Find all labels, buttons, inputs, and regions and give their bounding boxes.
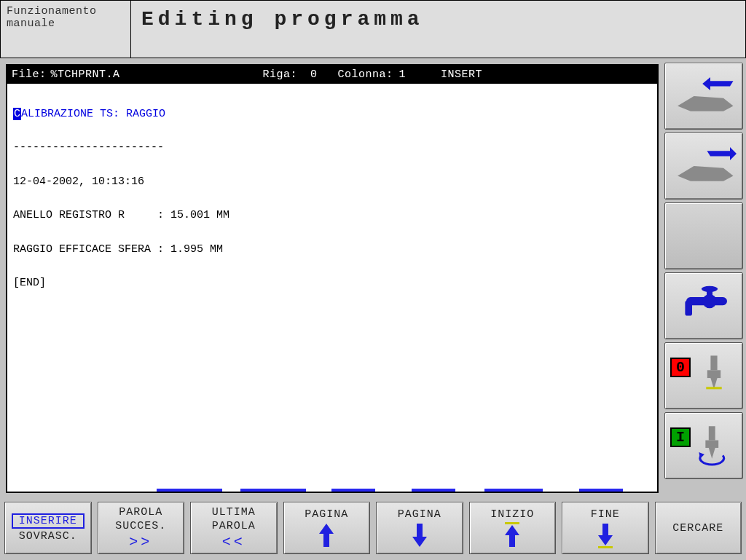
faucet-icon	[675, 284, 733, 328]
timestamp-line: 12-04-2002, 10:13:16	[13, 173, 651, 190]
svg-point-5	[702, 286, 718, 292]
svg-marker-0	[702, 77, 733, 90]
tool-rotate-icon	[694, 422, 731, 470]
svg-marker-15	[709, 448, 715, 459]
tab-indicator	[579, 489, 623, 492]
softkey-begin[interactable]: INIZIO	[469, 502, 557, 554]
overwrite-label: SOVRASC.	[19, 530, 77, 543]
chevrons-right-icon: >>	[129, 534, 152, 551]
softkey-page-up[interactable]: PAGINA	[283, 502, 371, 554]
arrow-up-stop-icon	[503, 522, 521, 548]
mode-line1: Funzionamento	[7, 5, 125, 17]
status-col-label: Colonna:	[338, 66, 393, 83]
svg-marker-3	[678, 166, 734, 181]
side-btn-coolant[interactable]	[664, 272, 743, 339]
softkey-page-down[interactable]: PAGINA	[376, 502, 463, 554]
softkey-next-word[interactable]: PAROLA SUCCES. >>	[98, 502, 185, 554]
value-line-ring: ANELLO REGISTRO R : 15.001 MM	[13, 207, 651, 224]
tab-indicator	[412, 489, 455, 492]
side-btn-step-back[interactable]	[664, 63, 743, 130]
side-btn-step-fwd[interactable]	[664, 133, 743, 200]
separator-line: -----------------------	[13, 139, 651, 156]
status-file-name: %TCHPRNT.A	[51, 66, 120, 83]
side-btn-empty-1[interactable]	[664, 202, 743, 269]
side-btn-spindle-stop[interactable]: S 0	[664, 342, 743, 409]
status-riga-value: 0	[310, 66, 318, 83]
bottom-softkey-row: INSERIRE SOVRASC. PAROLA SUCCES. >> ULTI…	[0, 499, 746, 559]
svg-point-7	[702, 294, 716, 308]
tool-icon	[697, 352, 731, 400]
softkey-tab-strip	[7, 489, 657, 492]
value-line-radius: RAGGIO EFFICACE SFERA : 1.995 MM	[13, 241, 651, 258]
svg-marker-2	[707, 147, 737, 160]
svg-rect-14	[705, 441, 718, 448]
status-file-label: File:	[12, 66, 47, 83]
svg-rect-22	[598, 546, 613, 548]
arrow-down-stop-icon	[597, 522, 614, 548]
softkey-search[interactable]: CERCARE	[655, 502, 742, 554]
svg-rect-8	[685, 301, 692, 316]
mode-box: Funzionamento manuale	[1, 1, 131, 58]
svg-rect-19	[505, 522, 519, 524]
editor-status-bar: File: %TCHPRNT.A Riga: 0 Colonna: 1 INSE…	[7, 66, 657, 84]
tab-indicator	[484, 489, 543, 492]
tab-indicator	[240, 489, 306, 492]
cursor-highlight: C	[13, 108, 21, 120]
svg-rect-9	[710, 355, 717, 370]
step-back-icon	[671, 72, 737, 120]
step-forward-icon	[671, 142, 737, 190]
svg-rect-12	[706, 387, 721, 389]
side-softkey-column: S 0 S I	[664, 58, 746, 499]
chevrons-left-icon: <<	[222, 534, 246, 551]
svg-marker-20	[505, 525, 519, 547]
program-title-line: CALIBRAZIONE TS: RAGGIO	[13, 106, 651, 122]
page-title: Editing programma	[131, 1, 745, 58]
status-col-value: 1	[399, 66, 407, 83]
spindle-stop-badge: S 0	[670, 347, 691, 376]
svg-rect-13	[709, 426, 715, 440]
status-riga-label: Riga:	[263, 66, 298, 83]
softkey-prev-word[interactable]: ULTIMA PAROLA <<	[190, 502, 278, 554]
header-row: Funzionamento manuale Editing programma	[0, 0, 746, 58]
svg-marker-18	[412, 524, 427, 547]
middle-row: File: %TCHPRNT.A Riga: 0 Colonna: 1 INSE…	[0, 58, 746, 499]
insert-selected-label: INSERIRE	[12, 513, 85, 529]
arrow-down-icon	[411, 522, 428, 548]
svg-marker-17	[319, 524, 334, 547]
spindle-start-badge: S I	[670, 417, 691, 446]
svg-rect-10	[707, 370, 721, 378]
editor-frame[interactable]: File: %TCHPRNT.A Riga: 0 Colonna: 1 INSE…	[6, 64, 659, 493]
end-marker: [END]	[13, 275, 651, 291]
status-insert-mode: INSERT	[441, 66, 482, 83]
softkey-insert-overwrite[interactable]: INSERIRE SOVRASC.	[4, 502, 92, 554]
svg-marker-21	[598, 524, 613, 545]
svg-marker-1	[678, 96, 734, 111]
side-btn-spindle-start[interactable]: S I	[664, 412, 743, 479]
mode-line2: manuale	[7, 17, 125, 30]
tab-indicator	[157, 489, 222, 492]
softkey-end[interactable]: FINE	[562, 502, 649, 554]
arrow-up-icon	[318, 522, 335, 548]
editor-body[interactable]: CALIBRAZIONE TS: RAGGIO ----------------…	[7, 84, 657, 330]
tab-indicator	[331, 489, 375, 492]
